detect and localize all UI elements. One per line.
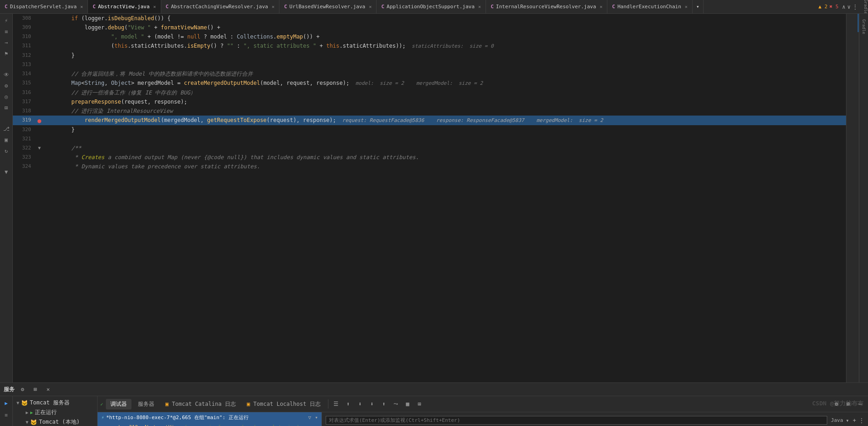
- breakpoint-319[interactable]: ●: [38, 116, 41, 125]
- code-line-316: 316 // 进行一些准备工作（修复 IE 中存在的 BUG）: [13, 88, 846, 97]
- close-tab-url[interactable]: ✕: [369, 4, 371, 9]
- code-line-320: 320 }: [13, 125, 846, 134]
- expression-input[interactable]: [326, 416, 827, 425]
- upload2-btn[interactable]: ⬆: [379, 399, 389, 409]
- structure-icon[interactable]: ⊞: [1, 103, 11, 113]
- down-arrow-icon[interactable]: ▼: [1, 167, 11, 177]
- git-icon[interactable]: ⎇: [1, 124, 11, 134]
- thread-icon: ⚡: [101, 415, 104, 420]
- debug-panel: ✓ 调试器 服务器 ▣ Tomcat Catalina 日志 ▣ Tomcat …: [98, 396, 868, 426]
- watch-icon[interactable]: 👁: [1, 70, 11, 80]
- warning-count: ▲ 2: [819, 4, 828, 10]
- services-tree: ▼ 🐱 Tomcat 服务器 ▶ ▶ 正在运行 ▼ 🐱 Tomcat (本地) …: [13, 396, 98, 426]
- tree-arrow-2: ▶: [26, 410, 28, 415]
- menu-icon[interactable]: ⋮: [852, 4, 858, 10]
- step-over-icon[interactable]: →: [1, 38, 11, 48]
- tree-tomcat-server[interactable]: ▼ 🐱 Tomcat 服务器: [13, 398, 97, 408]
- tab-catalina-log[interactable]: ▣ Tomcat Catalina 日志: [161, 399, 240, 409]
- code-line-323: 323 * Creates a combined output Map (nev…: [13, 153, 846, 162]
- code-line-324: 324 * Dynamic values take precedence ove…: [13, 162, 846, 171]
- debug-icon[interactable]: ⚡: [1, 16, 11, 26]
- align-btn[interactable]: ⊞: [415, 399, 425, 409]
- download2-btn[interactable]: ⬇: [367, 399, 377, 409]
- stream-btn[interactable]: ☰: [331, 399, 341, 409]
- left-sidebar: ⚡ ≡ → ⚑ 👁 ⚙ ◎ ⊞ ⎇ ▣ ↻ ▼: [0, 14, 13, 382]
- close-tab-abstract[interactable]: ✕: [153, 4, 156, 9]
- close-tab-internal[interactable]: ✕: [600, 4, 602, 9]
- right-gutter[interactable]: [846, 14, 859, 382]
- step-frames-btn[interactable]: ⤳: [391, 399, 401, 409]
- var-toolbar: Java ▾ + ⋮: [322, 414, 868, 426]
- tomcat-local-icon: 🐱: [30, 419, 37, 426]
- code-line-318: 318 // 进行渲染 InternalResourceView: [13, 106, 846, 116]
- fold-322[interactable]: ▼: [38, 144, 41, 153]
- run-config-icon[interactable]: ≡: [1, 27, 11, 37]
- thread-header: ⚡ *http-nio-8080-exec-7*@2,665 在组"main":…: [98, 412, 322, 423]
- top-right-actions: ▲ 2 ✖ 5 ∧ ∨ ⋮ Gradle: [819, 0, 868, 14]
- tab-abstract-view[interactable]: C AbstractView.java ✕: [88, 0, 161, 14]
- chevron-down-icon[interactable]: ∨: [847, 4, 851, 10]
- debug-content: ⚡ *http-nio-8080-exec-7*@2,665 在组"main":…: [98, 412, 868, 426]
- code-line-311: 311 (this.staticAttributes.isEmpty() ? "…: [13, 41, 846, 51]
- filter-icon[interactable]: ▽: [308, 415, 311, 420]
- code-line-310: 310 ", model " + (model != null ? model …: [13, 32, 846, 41]
- chevron-up-icon[interactable]: ∧: [842, 4, 846, 10]
- close-panel-btn[interactable]: ✕: [43, 384, 53, 394]
- dropdown-icon[interactable]: ▾: [315, 415, 318, 420]
- tab-server[interactable]: 服务器: [133, 399, 159, 409]
- tab-bar: C DispatcherServlet.java ✕ C AbstractVie…: [0, 0, 868, 14]
- variables-panel: Java ▾ + ⋮ ▶ this = {JstlView@6419} *org…: [322, 412, 868, 426]
- tab-handler[interactable]: C HandlerExecutionChain ✕: [607, 0, 693, 14]
- code-line-308: 308 if (logger.isDebugEnabled()) {: [13, 14, 846, 23]
- tab-debugger[interactable]: 调试器: [106, 399, 131, 409]
- tab-abstract-caching[interactable]: C AbstractCachingViewResolver.java ✕: [161, 0, 280, 14]
- close-tab-caching[interactable]: ✕: [272, 4, 274, 9]
- close-tab-dispatcher[interactable]: ✕: [80, 4, 83, 9]
- tab-url-based[interactable]: C UrlBasedViewResolver.java ✕: [279, 0, 377, 14]
- resume-btn[interactable]: ▶: [1, 398, 11, 408]
- settings-services-btn[interactable]: ⚙: [17, 384, 27, 394]
- tab-internal[interactable]: C InternalResourceViewResolver.java ✕: [486, 0, 607, 14]
- add-watch-icon[interactable]: +: [853, 417, 856, 424]
- gradle-tab[interactable]: Gradle: [863, 0, 868, 14]
- panel-settings-btn[interactable]: ⚙: [831, 399, 841, 409]
- code-line-314: 314 // 合并返回结果，将 Model 中的静态数据和请求中的动态数据进行合…: [13, 69, 846, 78]
- status-check-icon: ✓: [100, 402, 103, 407]
- tab-overflow[interactable]: ▾: [693, 0, 704, 14]
- editor-area: ⚡ ≡ → ⚑ 👁 ⚙ ◎ ⊞ ⎇ ▣ ↻ ▼ 308 if (logger.i…: [0, 14, 868, 382]
- terminal-icon[interactable]: ▣: [1, 135, 11, 145]
- upload-btn[interactable]: ⬆: [343, 399, 353, 409]
- services-title: 服务: [4, 386, 15, 393]
- localhost-log-icon: ▣: [247, 401, 250, 407]
- gradle-panel-tab[interactable]: Gradle: [862, 19, 866, 34]
- table-btn[interactable]: ▦: [403, 399, 413, 409]
- close-tab-handler[interactable]: ✕: [685, 4, 688, 9]
- list-btn[interactable]: ≡: [1, 410, 11, 420]
- stack-frame-0[interactable]: ● render:319, AbstractView (org.springfr…: [98, 423, 322, 426]
- tree-arrow-1: ▼: [16, 400, 19, 405]
- panel-maximize-btn[interactable]: ⊞: [843, 399, 853, 409]
- code-scroll-area[interactable]: 308 if (logger.isDebugEnabled()) { 309 l…: [13, 14, 846, 382]
- tree-running[interactable]: ▶ ▶ 正在运行: [13, 408, 97, 417]
- code-line-315: 315 Map<String, Object> mergedModel = cr…: [13, 78, 846, 88]
- maximize-btn[interactable]: ⊞: [30, 384, 40, 394]
- code-line-322: 322 ▼ /**: [13, 144, 846, 153]
- step-over-btn[interactable]: →: [1, 422, 11, 426]
- close-tab-app[interactable]: ✕: [478, 4, 481, 9]
- tab-dispatcher[interactable]: C DispatcherServlet.java ✕: [0, 0, 88, 14]
- tree-arrow-3: ▼: [26, 420, 28, 425]
- profile-icon[interactable]: ◎: [1, 92, 11, 102]
- java-lang-label: Java: [831, 417, 843, 423]
- tab-localhost-log[interactable]: ▣ Tomcat Localhost 日志: [242, 399, 325, 409]
- download-btn[interactable]: ⬇: [355, 399, 365, 409]
- lang-dropdown-icon[interactable]: ▾: [846, 417, 849, 424]
- refresh-icon[interactable]: ↻: [1, 146, 11, 156]
- error-count: ✖ 5: [830, 4, 839, 10]
- bookmark-icon[interactable]: ⚑: [1, 49, 11, 59]
- more-options-icon[interactable]: ⋮: [859, 417, 864, 424]
- code-editor: 308 if (logger.isDebugEnabled()) { 309 l…: [13, 14, 846, 382]
- panel-minimize-btn[interactable]: —: [855, 399, 865, 409]
- settings-icon[interactable]: ⚙: [1, 81, 11, 91]
- tab-app-object[interactable]: C ApplicationObjectSupport.java ✕: [377, 0, 486, 14]
- tree-tomcat-local[interactable]: ▼ 🐱 Tomcat (本地): [13, 417, 97, 426]
